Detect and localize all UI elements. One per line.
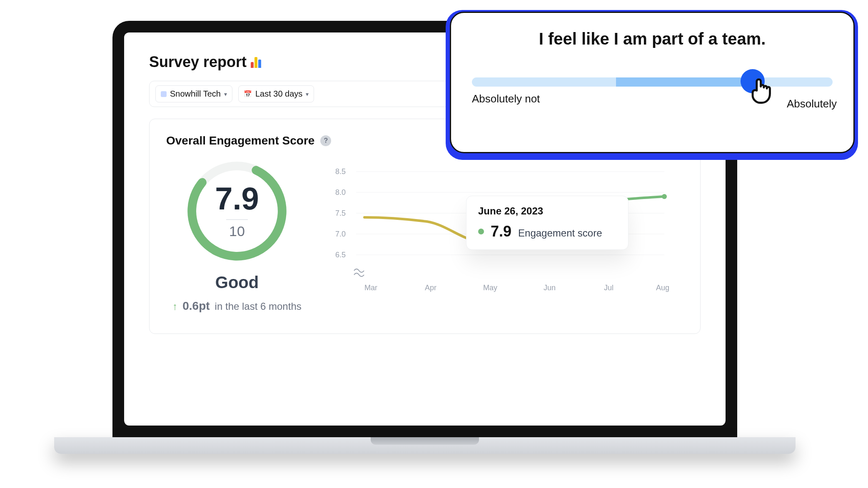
laptop-notch	[371, 437, 479, 445]
score-gauge: 7.9 10	[185, 159, 289, 263]
delta-period: in the last 6 months	[215, 301, 302, 312]
x-tick: Apr	[425, 284, 436, 292]
slider-min-label: Absolutely not	[472, 92, 540, 105]
chart-tooltip: June 26, 2023 7.9 Engagement score	[466, 196, 629, 250]
barchart-icon	[251, 56, 261, 68]
trend-chart[interactable]: 8.5 8.0 7.5 7.0 6.5 Mar Apr May Jun	[329, 159, 683, 313]
wave-icon	[354, 269, 364, 276]
survey-question-text: I feel like I am part of a team.	[472, 30, 833, 48]
daterange-filter-chip[interactable]: 📅 Last 30 days ▾	[238, 85, 314, 102]
x-tick: Mar	[364, 284, 377, 292]
y-tick: 7.0	[335, 230, 346, 238]
score-rating-label: Good	[215, 273, 259, 292]
slider-fill	[616, 77, 753, 87]
daterange-filter-label: Last 30 days	[255, 89, 302, 99]
page-title-text: Survey report	[149, 53, 247, 71]
slider-max-label: Absolutely	[787, 97, 837, 110]
score-delta: ↑ 0.6pt in the last 6 months	[172, 299, 301, 313]
tooltip-label: Engagement score	[518, 227, 602, 239]
y-tick: 7.5	[335, 209, 346, 217]
chevron-down-icon: ▾	[224, 91, 227, 97]
card-title: Overall Engagement Score	[166, 134, 314, 147]
score-divider	[226, 219, 248, 220]
org-filter-label: Snowhill Tech	[170, 89, 221, 99]
trend-end-dot	[662, 194, 667, 199]
survey-slider[interactable]: Absolutely not Absolutely	[472, 77, 833, 123]
x-tick: May	[483, 284, 497, 292]
y-tick: 6.5	[335, 251, 346, 259]
score-max: 10	[229, 223, 245, 239]
x-tick: Aug	[656, 284, 669, 292]
arrow-up-icon: ↑	[172, 301, 177, 312]
y-tick: 8.0	[335, 188, 346, 197]
org-filter-chip[interactable]: Snowhill Tech ▾	[155, 85, 232, 102]
org-color-swatch	[161, 91, 167, 97]
calendar-icon: 📅	[244, 90, 252, 98]
x-tick: Jun	[544, 284, 556, 292]
score-column: 7.9 10 Good ↑ 0.6pt in the last 6 months	[166, 159, 308, 313]
tooltip-series-dot	[478, 229, 484, 234]
x-tick: Jul	[604, 284, 614, 292]
help-icon[interactable]: ?	[320, 135, 331, 146]
tooltip-date: June 26, 2023	[478, 205, 616, 217]
delta-value: 0.6pt	[182, 299, 210, 313]
laptop-base	[54, 437, 796, 454]
chevron-down-icon: ▾	[306, 91, 309, 97]
y-tick: 8.5	[335, 167, 346, 176]
score-value: 7.9	[215, 183, 259, 214]
survey-question-popup: I feel like I am part of a team. Absolut…	[450, 12, 855, 153]
tooltip-value: 7.9	[491, 223, 511, 240]
cursor-hand-icon	[746, 73, 778, 106]
